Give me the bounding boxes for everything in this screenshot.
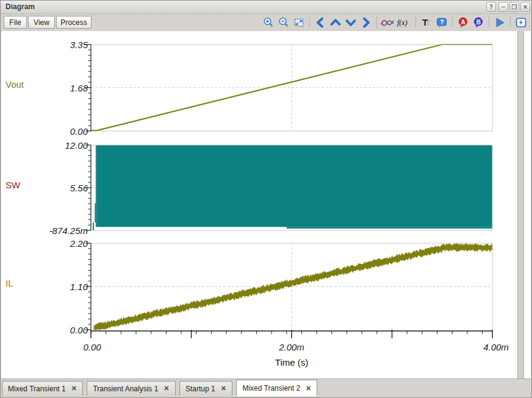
ytick-label: 1.10 — [21, 282, 88, 292]
ytick-label: 0.00 — [21, 126, 88, 137]
ytick-label: 12.00 — [21, 140, 88, 151]
tab-startup-1[interactable]: Startup 1 ✕ — [179, 381, 232, 396]
toolbar-separator — [309, 17, 310, 28]
svg-text:f(x): f(x) — [397, 18, 408, 27]
ytick-label: -874.25m — [21, 226, 88, 236]
file-menu-button[interactable]: File — [4, 16, 27, 29]
svg-text:?: ? — [440, 18, 444, 26]
tab-mixed-transient-1[interactable]: Mixed Transient 1 ✕ — [2, 381, 83, 396]
tab-close-icon[interactable]: ✕ — [221, 385, 226, 392]
window-title: Diagram — [5, 2, 35, 11]
xtick-label: 0.00 — [62, 342, 123, 352]
ytick-label: 5.56 — [21, 183, 88, 193]
ytick-label: 2.20 — [21, 238, 88, 249]
scroll-down-icon[interactable] — [344, 16, 358, 29]
tab-close-icon[interactable]: ✕ — [306, 385, 311, 392]
tab-bar: Mixed Transient 1 ✕ Transient Analysis 1… — [1, 378, 531, 397]
help-window-button[interactable]: ? — [486, 2, 496, 12]
help-balloon-icon[interactable]: ? — [435, 16, 448, 29]
title-bar[interactable]: Diagram ? – ❒ ✕ — [1, 1, 531, 14]
diagram-window: Diagram ? – ❒ ✕ File View Process — [0, 0, 532, 398]
tab-close-icon[interactable]: ✕ — [164, 385, 169, 392]
process-menu-button[interactable]: Process — [56, 16, 92, 29]
zoom-out-icon[interactable] — [277, 16, 290, 29]
menu-toolbar: File View Process — [1, 14, 531, 32]
probe-b-icon[interactable]: B — [472, 16, 485, 29]
scroll-up-icon[interactable] — [329, 16, 342, 29]
svg-text:T: T — [422, 17, 428, 27]
tab-close-icon[interactable]: ✕ — [71, 385, 77, 392]
panel-splitter[interactable] — [517, 31, 524, 378]
plot-il-canvas[interactable] — [79, 240, 500, 333]
function-fx-icon[interactable]: f(x) — [396, 16, 412, 29]
ytick-label: 0.00 — [21, 325, 88, 335]
scroll-right-icon[interactable] — [359, 16, 373, 29]
plot-vout-canvas[interactable] — [79, 41, 500, 135]
toolbar-separator — [489, 17, 489, 28]
ytick-label: 3.35 — [21, 40, 88, 50]
text-annotation-icon[interactable]: TT — [420, 16, 433, 29]
maximize-button[interactable]: ❒ — [509, 2, 519, 12]
ytick-label: 1.68 — [21, 83, 88, 93]
view-menu-button[interactable]: View — [28, 16, 55, 29]
xtick-label: 4.00m — [466, 342, 527, 352]
scroll-left-icon[interactable] — [314, 16, 327, 29]
probe-a-icon[interactable]: A — [456, 16, 470, 29]
curves-icon[interactable] — [381, 16, 394, 29]
xtick-label: 2.00m — [261, 342, 322, 352]
toolbar: f(x) TT ? A B + — [262, 15, 528, 30]
x-axis-title: Time (s) — [231, 357, 353, 368]
zoom-fit-icon[interactable] — [292, 16, 306, 29]
tab-mixed-transient-2[interactable]: Mixed Transient 2 ✕ — [236, 380, 317, 396]
close-button[interactable]: ✕ — [520, 2, 530, 12]
toolbar-separator — [415, 17, 416, 28]
zoom-in-icon[interactable] — [262, 16, 275, 29]
toolbar-separator — [376, 17, 377, 28]
toolbar-separator — [510, 17, 511, 28]
add-curve-window-icon[interactable]: + — [514, 16, 528, 29]
run-icon[interactable] — [493, 16, 506, 29]
svg-text:B: B — [476, 19, 481, 26]
svg-text:+: + — [519, 18, 523, 27]
toolbar-separator — [452, 17, 453, 28]
svg-text:A: A — [461, 19, 466, 26]
minimize-button[interactable]: – — [498, 2, 508, 12]
plot-sw-canvas[interactable] — [79, 141, 500, 234]
tab-transient-analysis-1[interactable]: Transient Analysis 1 ✕ — [87, 381, 175, 396]
